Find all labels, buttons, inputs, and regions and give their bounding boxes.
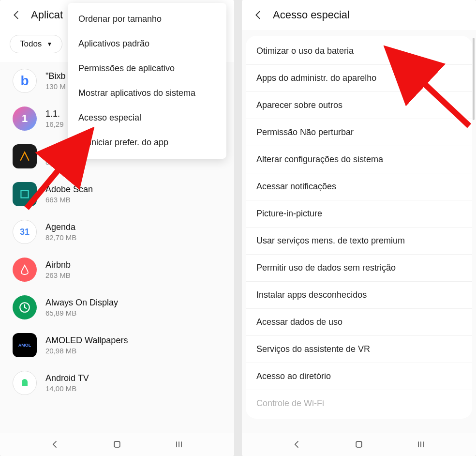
item-directory-access[interactable]: Acesso ao diretório — [246, 363, 472, 390]
svg-rect-5 — [356, 441, 362, 447]
app-name: Adobe Scan — [45, 184, 222, 195]
item-modify-system[interactable]: Alterar configurações do sistema — [246, 146, 472, 173]
clock-icon — [18, 301, 31, 314]
scan-icon — [18, 188, 31, 200]
menu-default-apps[interactable]: Aplicativos padrão — [68, 31, 226, 56]
phone-right: Acesso especial Otimizar o uso da bateri… — [242, 0, 476, 456]
item-unrestricted-data[interactable]: Permitir uso de dados sem restrição — [246, 255, 472, 282]
chevron-left-icon — [50, 440, 60, 449]
filter-chip-todos[interactable]: Todos ▼ — [10, 35, 62, 53]
svg-rect-3 — [114, 441, 120, 447]
chevron-down-icon: ▼ — [46, 41, 52, 47]
app-name: Agenda — [45, 222, 222, 232]
item-dnd-permission[interactable]: Permissão Não perturbar — [246, 119, 472, 146]
nav-bar — [0, 433, 234, 456]
back-button[interactable] — [250, 6, 267, 24]
app-size: 80,80 MB — [45, 158, 222, 166]
app-icon-amoled: AMOL — [13, 333, 37, 357]
item-pip[interactable]: Picture-in-picture — [246, 200, 472, 228]
app-icon-agenda: 31 — [13, 220, 37, 244]
app-icon-adobe-draw — [13, 144, 37, 168]
icon-letter: 1 — [22, 112, 28, 125]
nav-home[interactable] — [110, 438, 124, 451]
scrollbar[interactable] — [473, 38, 475, 120]
page-title: Acesso especial — [273, 9, 350, 21]
app-name: AMOLED Wallpapers — [45, 335, 222, 346]
item-usage-data-access[interactable]: Acessar dados de uso — [246, 309, 472, 336]
item-display-over-apps[interactable]: Aparecer sobre outros — [246, 92, 472, 119]
app-row[interactable]: Airbnb 263 MB — [4, 251, 230, 289]
app-size: 263 MB — [45, 271, 222, 279]
menu-show-system-apps[interactable]: Mostrar aplicativos do sistema — [68, 81, 226, 106]
chevron-left-icon — [11, 10, 22, 20]
item-wifi-control[interactable]: Controle de Wi-Fi — [246, 390, 472, 417]
phone-left: Aplicat Todos ▼ b "Bixb 130 M 1 1.1. 16,… — [0, 0, 234, 456]
svg-rect-0 — [21, 190, 28, 198]
airbnb-icon — [19, 264, 30, 275]
special-access-list: Otimizar o uso da bateria Apps do admini… — [246, 36, 472, 419]
menu-reset-prefs[interactable]: Reiniciar prefer. do app — [68, 130, 226, 155]
app-size: 663 MB — [45, 196, 222, 204]
chevron-left-icon — [292, 440, 302, 449]
app-row[interactable]: AMOL AMOLED Wallpapers 20,98 MB — [4, 326, 230, 364]
back-button[interactable] — [8, 6, 25, 24]
bars-icon — [174, 440, 184, 449]
square-icon — [112, 440, 122, 449]
chevron-left-icon — [253, 10, 264, 20]
app-row[interactable]: Adobe Scan 663 MB — [4, 175, 230, 213]
app-size: 82,70 MB — [45, 233, 222, 242]
app-row[interactable]: Android TV 14,00 MB — [4, 364, 230, 402]
item-optimize-battery[interactable]: Otimizar o uso da bateria — [246, 38, 472, 65]
app-icon-bixby: b — [13, 69, 37, 93]
nav-back[interactable] — [290, 438, 304, 451]
app-icon-airbnb — [13, 258, 37, 282]
icon-letter: AMOL — [18, 343, 31, 348]
nav-home[interactable] — [352, 438, 366, 451]
app-icon-111: 1 — [13, 106, 37, 131]
icon-letter: b — [20, 73, 29, 89]
app-size: 65,89 MB — [45, 309, 222, 317]
app-icon-adobe-scan — [13, 182, 37, 206]
header: Acesso especial — [242, 0, 476, 30]
app-info: AMOLED Wallpapers 20,98 MB — [45, 335, 222, 355]
menu-special-access[interactable]: Acesso especial — [68, 106, 226, 130]
nav-recents[interactable] — [172, 438, 186, 451]
page-title: Aplicat — [31, 9, 63, 21]
item-premium-sms[interactable]: Usar serviços mens. de texto premium — [246, 228, 472, 255]
app-row[interactable]: Always On Display 65,89 MB — [4, 289, 230, 326]
nav-recents[interactable] — [414, 438, 428, 451]
menu-app-permissions[interactable]: Permissões de aplicativo — [68, 56, 226, 81]
app-info: Agenda 82,70 MB — [45, 222, 222, 242]
nav-back[interactable] — [48, 438, 62, 451]
square-icon — [354, 440, 364, 449]
app-info: Android TV 14,00 MB — [45, 373, 222, 393]
icon-letter: 31 — [20, 227, 30, 237]
app-name: Airbnb — [45, 260, 222, 270]
app-icon-aod — [13, 295, 37, 319]
bars-icon — [416, 440, 426, 449]
draw-icon — [18, 150, 31, 163]
app-name: Android TV — [45, 373, 222, 383]
app-info: Adobe Scan 663 MB — [45, 184, 222, 204]
item-notification-access[interactable]: Acessar notificações — [246, 173, 472, 200]
app-info: Airbnb 263 MB — [45, 260, 222, 279]
app-row[interactable]: 31 Agenda 82,70 MB — [4, 213, 230, 251]
app-info: Always On Display 65,89 MB — [45, 298, 222, 317]
item-device-admin-apps[interactable]: Apps do administr. do aparelho — [246, 65, 472, 92]
app-size: 20,98 MB — [45, 347, 222, 355]
app-name: Always On Display — [45, 298, 222, 308]
app-icon-android-tv — [13, 371, 37, 395]
app-size: 14,00 MB — [45, 384, 222, 393]
filter-label: Todos — [20, 39, 42, 49]
overflow-menu: Ordenar por tamanho Aplicativos padrão P… — [68, 3, 226, 159]
item-install-unknown[interactable]: Instalar apps desconhecidos — [246, 282, 472, 309]
item-vr-helper-services[interactable]: Serviços do assistente de VR — [246, 336, 472, 363]
nav-bar — [242, 433, 476, 456]
android-icon — [19, 377, 30, 389]
menu-sort-by-size[interactable]: Ordenar por tamanho — [68, 7, 226, 31]
